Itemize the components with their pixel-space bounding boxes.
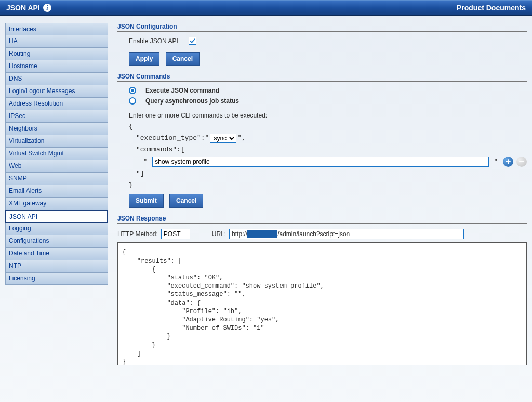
sidebar-item-web[interactable]: Web bbox=[5, 160, 108, 173]
sidebar-item-login-logout-messages[interactable]: Login/Logout Messages bbox=[5, 85, 108, 98]
cancel-commands-button[interactable]: Cancel bbox=[169, 194, 203, 208]
enable-json-api-label: Enable JSON API bbox=[129, 37, 178, 45]
apply-button[interactable]: Apply bbox=[129, 52, 159, 66]
radio-query-async-status[interactable] bbox=[129, 97, 136, 105]
command-input[interactable] bbox=[152, 157, 489, 167]
commands-intro-text: Enter one or more CLI commands to be exe… bbox=[117, 112, 527, 119]
sidebar-item-virtual-switch-mgmt[interactable]: Virtual Switch Mgmt bbox=[5, 148, 108, 160]
json-close-brace: } bbox=[117, 179, 527, 191]
url-label: URL: bbox=[212, 230, 226, 238]
page-title: JSON API bbox=[6, 4, 40, 12]
sidebar-item-ipsec[interactable]: IPSec bbox=[5, 110, 108, 123]
http-method-label: HTTP Method: bbox=[117, 230, 158, 238]
product-documents-link[interactable]: Product Documents bbox=[457, 4, 526, 12]
sidebar-item-dns[interactable]: DNS bbox=[5, 73, 108, 85]
url-prefix: http:// bbox=[232, 230, 247, 238]
execution-type-select[interactable]: sync bbox=[210, 134, 236, 143]
sidebar-item-neighbors[interactable]: Neighbors bbox=[5, 123, 108, 135]
commands-close-bracket: "] bbox=[117, 168, 527, 179]
add-command-button[interactable] bbox=[503, 157, 513, 167]
sidebar-item-virtualization[interactable]: Virtualization bbox=[5, 135, 108, 148]
url-redacted-host bbox=[247, 230, 277, 238]
command-open-quote: " bbox=[143, 158, 147, 165]
url-suffix: /admin/launch?script=json bbox=[277, 230, 350, 238]
submit-button[interactable]: Submit bbox=[129, 194, 164, 208]
command-close-quote: " bbox=[494, 158, 498, 165]
json-open-brace: { bbox=[117, 121, 527, 133]
section-json-configuration: JSON Configuration bbox=[117, 23, 527, 32]
sidebar: InterfacesHARoutingHostnameDNSLogin/Logo… bbox=[5, 23, 108, 365]
response-body: { "results": [ { "status": "OK", "execut… bbox=[117, 242, 527, 365]
sidebar-item-xml-gateway[interactable]: XML gateway bbox=[5, 198, 108, 210]
enable-json-api-checkbox[interactable] bbox=[189, 37, 196, 45]
sidebar-item-json-api[interactable]: JSON API bbox=[5, 210, 108, 223]
sidebar-item-snmp[interactable]: SNMP bbox=[5, 173, 108, 185]
execution-type-suffix: ", bbox=[237, 133, 246, 144]
radio-execute-json-command[interactable] bbox=[129, 87, 136, 94]
sidebar-item-date-and-time[interactable]: Date and Time bbox=[5, 248, 108, 260]
commands-key: "commands":[ bbox=[117, 144, 527, 155]
section-json-response: JSON Response bbox=[117, 215, 527, 224]
sidebar-item-logging[interactable]: Logging bbox=[5, 223, 108, 235]
info-icon[interactable]: i bbox=[43, 4, 51, 12]
execution-type-key: "execution_type":" bbox=[136, 133, 209, 144]
sidebar-item-interfaces[interactable]: Interfaces bbox=[5, 23, 108, 35]
sidebar-item-licensing[interactable]: Licensing bbox=[5, 273, 108, 285]
sidebar-item-hostname[interactable]: Hostname bbox=[5, 60, 108, 73]
cancel-config-button[interactable]: Cancel bbox=[166, 52, 200, 66]
radio-execute-label: Execute JSON command bbox=[145, 87, 219, 94]
sidebar-item-address-resolution[interactable]: Address Resolution bbox=[5, 98, 108, 110]
http-method-input[interactable] bbox=[161, 229, 190, 239]
sidebar-item-ha[interactable]: HA bbox=[5, 35, 108, 48]
sidebar-item-routing[interactable]: Routing bbox=[5, 48, 108, 60]
radio-query-label: Query asynchronous job status bbox=[145, 97, 239, 105]
top-bar: JSON API i Product Documents bbox=[0, 0, 532, 16]
remove-command-button bbox=[516, 157, 527, 167]
url-input[interactable]: http:// /admin/launch?script=json bbox=[229, 229, 464, 239]
sidebar-item-configurations[interactable]: Configurations bbox=[5, 235, 108, 248]
sidebar-item-email-alerts[interactable]: Email Alerts bbox=[5, 185, 108, 198]
sidebar-item-ntp[interactable]: NTP bbox=[5, 260, 108, 273]
main-content: JSON Configuration Enable JSON API Apply… bbox=[117, 23, 527, 365]
section-json-commands: JSON Commands bbox=[117, 73, 527, 82]
